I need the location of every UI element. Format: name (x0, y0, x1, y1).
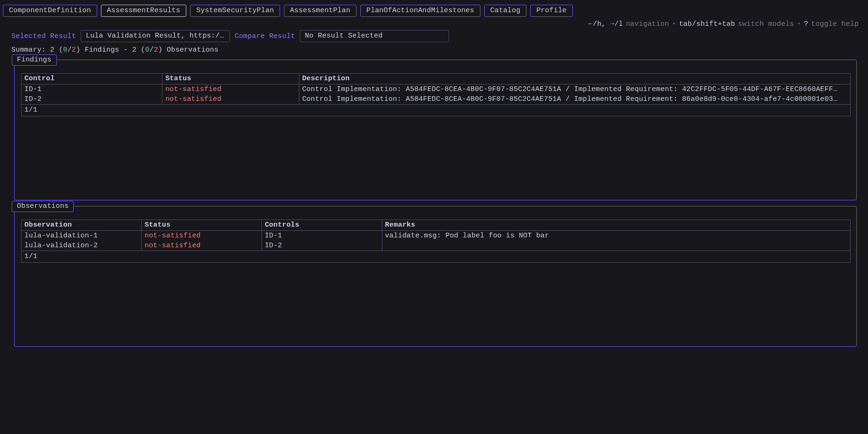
keyhint-help-key: ? (804, 20, 808, 28)
keyhint-sep: • (797, 20, 801, 28)
observations-table[interactable]: Observation Status Controls Remarks lula… (21, 220, 851, 251)
findings-th-control: Control (22, 74, 162, 84)
findings-panel: Findings Control Status Description ID-1… (14, 60, 857, 200)
cell-control: ID-1 (22, 84, 162, 94)
keyhint-help-label: toggle help (811, 20, 859, 28)
observations-table-header-row: Observation Status Controls Remarks (22, 220, 851, 231)
summary-findings-label: Findings - (84, 46, 132, 54)
summary-observations-total: 2 (132, 46, 137, 54)
findings-table-header-row: Control Status Description (22, 74, 851, 84)
keyhint-nav-label: navigation (626, 20, 669, 28)
compare-result-dropdown[interactable]: No Result Selected (300, 30, 449, 42)
tab-assessmentresults[interactable]: AssessmentResults (101, 5, 186, 17)
obs-th-controls: Controls (262, 220, 382, 231)
summary-observations-label: Observations (167, 46, 218, 54)
tab-profile[interactable]: Profile (530, 5, 572, 17)
tab-label: SystemSecurityPlan (196, 7, 274, 15)
compare-result-label: Compare Result (235, 32, 295, 40)
selected-result-dropdown[interactable]: Lula Validation Result, https://github.… (81, 30, 230, 42)
observations-panel-title: Observations (12, 201, 74, 212)
summary-findings-fail: 2 (72, 46, 76, 54)
keyhint-bar: ←/h, →/l navigation • tab/shift+tab swit… (3, 20, 862, 28)
findings-th-description: Description (299, 74, 850, 84)
cell-observation: lula-validation-1 (22, 231, 141, 241)
cell-status: not-satisfied (162, 94, 299, 104)
tab-label: ComponentDefinition (9, 7, 91, 15)
cell-status: not-satisfied (142, 241, 261, 251)
tab-componentdefinition[interactable]: ComponentDefinition (3, 5, 97, 17)
findings-panel-title: Findings (12, 54, 57, 66)
findings-th-status: Status (162, 74, 299, 84)
result-selector-row: Selected Result Lula Validation Result, … (3, 30, 862, 42)
tab-planofactionandmilestones[interactable]: PlanOfActionAndMilestones (360, 5, 480, 17)
obs-th-observation: Observation (22, 220, 142, 231)
observations-panel: Observations Observation Status Controls… (14, 206, 857, 347)
cell-remarks: validate.msg: Pod label foo is NOT bar (382, 231, 850, 241)
cell-description: Control Implementation: A584FEDC-8CEA-4B… (299, 84, 850, 94)
obs-th-remarks: Remarks (382, 220, 850, 231)
summary-findings-pass: 0 (63, 46, 67, 54)
keyhint-tab-keys: tab/shift+tab (679, 20, 735, 28)
observations-table-footer: 1/1 (21, 251, 851, 263)
tab-label: AssessmentResults (107, 7, 180, 15)
cell-description: Control Implementation: A584FEDC-8CEA-4B… (299, 94, 850, 104)
model-tabs: ComponentDefinition AssessmentResults Sy… (3, 5, 862, 17)
summary-prefix: Summary: (11, 46, 50, 54)
summary-findings-total: 2 (50, 46, 54, 54)
tab-label: Catalog (490, 7, 520, 15)
keyhint-sep: • (672, 20, 676, 28)
cell-controls: ID-1 (262, 231, 381, 241)
tab-label: PlanOfActionAndMilestones (366, 7, 474, 15)
keyhint-tab-label: switch models (738, 20, 794, 28)
tab-label: Profile (536, 7, 566, 15)
observations-panel-body: Observation Status Controls Remarks lula… (21, 214, 851, 341)
keyhint-nav-keys: ←/h, →/l (588, 20, 623, 28)
findings-panel-body: Control Status Description ID-1 ID-2 not… (21, 68, 851, 194)
obs-th-status: Status (142, 220, 262, 231)
findings-table[interactable]: Control Status Description ID-1 ID-2 not… (21, 73, 851, 105)
cell-controls: ID-2 (262, 241, 381, 251)
summary-observations-fail: 2 (154, 46, 158, 54)
tab-catalog[interactable]: Catalog (484, 5, 526, 17)
tab-systemsecurityplan[interactable]: SystemSecurityPlan (190, 5, 280, 17)
findings-table-footer: 1/1 (21, 105, 851, 116)
cell-control: ID-2 (22, 94, 162, 104)
cell-status: not-satisfied (142, 231, 261, 241)
cell-status: not-satisfied (162, 84, 299, 94)
cell-observation: lula-validation-2 (22, 241, 141, 251)
tab-label: AssessmentPlan (290, 7, 350, 15)
selected-result-label: Selected Result (11, 32, 76, 40)
cell-remarks (382, 241, 850, 243)
selected-result-value: Lula Validation Result, https://github.… (86, 32, 230, 40)
summary-line: Summary: 2 (0/2) Findings - 2 (0/2) Obse… (3, 46, 862, 54)
compare-result-value: No Result Selected (305, 32, 383, 40)
tab-assessmentplan[interactable]: AssessmentPlan (284, 5, 357, 17)
